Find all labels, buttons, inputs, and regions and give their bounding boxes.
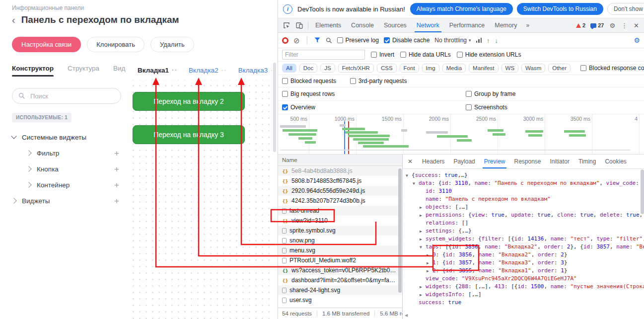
filter-funnel-icon[interactable] <box>314 37 321 43</box>
request-row-view-id-3110[interactable]: {}view?id=3110 <box>278 216 402 226</box>
tree-group-system-widgets[interactable]: Системные виджеты <box>12 129 121 145</box>
disclosure-triangle-icon[interactable]: ▶ <box>420 283 426 291</box>
tab-network[interactable]: Network <box>412 18 444 32</box>
preview-tree-row-2[interactable]: id: 3110 <box>403 187 644 195</box>
disclosure-triangle-icon[interactable]: ▶ <box>420 212 426 219</box>
search-network-icon[interactable] <box>326 37 332 44</box>
issues-warning-icon[interactable]: 2 <box>573 22 588 28</box>
tab-menu-dots-icon[interactable]: ·· <box>221 67 227 74</box>
tab-memory[interactable]: Memory <box>490 18 522 32</box>
canvas-widget-button-0[interactable]: Переход на вкладку 2 <box>133 92 245 111</box>
throttling-select[interactable]: No throttling ▾ <box>434 37 471 44</box>
type-filter-js[interactable]: JS <box>320 64 335 73</box>
tab-elements[interactable]: Elements <box>310 18 346 32</box>
tab-cookies[interactable]: Cookies <box>600 155 631 168</box>
hide-extension-urls-checkbox[interactable]: Hide extension URLs <box>457 51 521 58</box>
request-row-snow-png[interactable]: snow.png <box>278 236 402 245</box>
add-widget-button[interactable]: + <box>112 181 121 189</box>
devtools-close-icon[interactable]: ✕ <box>631 22 642 29</box>
tab-timing[interactable]: Timing <box>574 155 601 168</box>
canvas-tab-0[interactable]: Вкладка1·· <box>138 67 178 74</box>
third-party-requests-checkbox[interactable]: 3rd-party requests <box>350 78 407 84</box>
clear-network-log-icon[interactable]: ⊘ <box>293 37 300 44</box>
notification-button-0[interactable]: Always match Chrome's language <box>410 3 513 15</box>
disclosure-triangle-icon[interactable]: ▶ <box>420 236 426 243</box>
tab-headers[interactable]: Headers <box>418 155 449 168</box>
request-row-ws-access-token-v0[interactable]: {}ws?access_token=v0LP6RPP5K2tb0pU… <box>278 265 402 275</box>
preview-tree-row-13[interactable]: view_code: "V9XsuPnc945aXr2DQCQ6W4A7QiEG… <box>403 275 644 283</box>
search-box[interactable] <box>12 88 121 104</box>
console-messages-icon[interactable]: 27 <box>588 22 606 28</box>
back-icon[interactable]: ‹ <box>11 15 16 25</box>
import-har-icon[interactable]: ↑ <box>487 37 490 44</box>
column-header-name[interactable]: Name <box>278 155 402 166</box>
tab-menu-dots-icon[interactable]: ·· <box>172 67 178 74</box>
app-tab-0[interactable]: Конструктор <box>12 65 54 77</box>
request-row-5e8-4ab4bd8ab3888-[interactable]: {}5e8-4ab4bd8ab3888.js <box>278 166 402 176</box>
tree-item-2[interactable]: Контейнер+ <box>12 177 121 193</box>
app-scrollbar[interactable] <box>273 63 276 152</box>
hide-data-urls-checkbox[interactable]: Hide data URLs <box>400 51 451 58</box>
preserve-log-checkbox[interactable]: Preserve log <box>337 37 379 44</box>
tab-sources[interactable]: Sources <box>379 18 412 32</box>
add-widget-button[interactable]: + <box>112 165 121 173</box>
tab-performance[interactable]: Performance <box>444 18 490 32</box>
type-filter-ws[interactable]: WS <box>501 64 519 73</box>
disclosure-triangle-icon[interactable]: ▶ <box>427 267 432 275</box>
request-row-last-unread[interactable]: last-unread <box>278 206 402 216</box>
tab-preview[interactable]: Preview <box>480 155 510 168</box>
request-row-user-svg[interactable]: user.svg <box>278 295 402 305</box>
preview-tree-row-16[interactable]: success: true <box>403 299 644 307</box>
type-filter-doc[interactable]: Doc <box>299 64 317 73</box>
add-widget-button[interactable]: + <box>112 197 121 205</box>
overview-checkbox[interactable]: Overview <box>282 104 315 111</box>
scroll-left-icon[interactable]: ◀ <box>405 313 408 318</box>
disclosure-triangle-icon[interactable]: ▶ <box>420 228 426 235</box>
request-row-shared-24-light-sv[interactable]: shared-24-light.svg <box>278 285 402 295</box>
disclosure-triangle-icon[interactable]: ▼ <box>413 180 419 187</box>
preview-tree-row-14[interactable]: ▶widgets: {288: [,…], 413: [{id: 1500, n… <box>403 283 644 291</box>
notification-button-1[interactable]: Switch DevTools to Russian <box>517 3 603 15</box>
tab-initiator[interactable]: Initiator <box>546 155 574 168</box>
disclosure-triangle-icon[interactable]: ▼ <box>420 243 426 251</box>
canvas-widget-button-1[interactable]: Переход на вкладку 3 <box>133 125 245 144</box>
network-settings-gear-icon[interactable]: ⚙ <box>634 36 640 44</box>
preview-tree-row-3[interactable]: name: "Панель с переходом по вкладкам" <box>403 195 644 203</box>
screenshots-checkbox[interactable]: Screenshots <box>466 104 507 111</box>
preview-tree-row-1[interactable]: ▼data: {id: 3110, name: "Панель с перехо… <box>403 179 644 187</box>
device-toolbar-icon[interactable] <box>293 22 306 29</box>
request-row-4242-35b207b7274d3[interactable]: {}4242.35b207b7274d3b0b.js <box>278 196 402 206</box>
group-by-frame-checkbox[interactable]: Group by frame <box>466 90 515 97</box>
request-row-sprite-symbol-svg[interactable]: sprite.symbol.svg <box>278 226 402 236</box>
network-overview-timeline[interactable]: 500 ms1000 ms1500 ms2000 ms2500 ms3000 m… <box>278 114 644 155</box>
record-network-log-icon[interactable] <box>282 37 288 44</box>
type-filter-manifest[interactable]: Manifest <box>469 64 498 73</box>
request-row-5808-b7148853cff67[interactable]: {}5808.b7148853cff67845.js <box>278 176 402 186</box>
tree-item-0[interactable]: Фильтр+ <box>12 145 121 161</box>
preview-tree-row-15[interactable]: ▶widgetsInfo: [,…] <box>403 291 644 299</box>
action-button-0[interactable]: Настройка связи <box>12 37 81 52</box>
canvas-tab-2[interactable]: Вкладка3·· <box>238 67 277 74</box>
app-tab-1[interactable]: Структура <box>68 65 99 77</box>
big-request-rows-checkbox[interactable]: Big request rows <box>282 90 335 97</box>
preview-tree-row-11[interactable]: ▶1: {id: 3857, name: "Вкладка3", order: … <box>403 259 644 267</box>
request-row-ptrootui-medium-wo[interactable]: PTRootUI_Medium.woff2 <box>278 255 402 265</box>
tree-item-widgets[interactable]: Виджеты+ <box>12 193 121 209</box>
type-filter-media[interactable]: Media <box>442 64 466 73</box>
preview-tree-row-6[interactable]: relations: [] <box>403 219 644 227</box>
preview-tree-row-7[interactable]: ▶settings: {,…} <box>403 227 644 235</box>
kebab-menu-icon[interactable]: ⋮ <box>618 22 631 29</box>
inspect-element-icon[interactable] <box>280 22 293 29</box>
export-har-icon[interactable]: ↓ <box>495 37 499 44</box>
disclosure-triangle-icon[interactable]: ▶ <box>427 259 432 267</box>
type-filter-img[interactable]: Img <box>422 64 439 73</box>
canvas-tab-1[interactable]: Вкладка2·· <box>189 67 227 74</box>
disclosure-triangle-icon[interactable]: ▶ <box>420 204 426 211</box>
tree-item-1[interactable]: Кнопка+ <box>12 161 121 177</box>
app-tab-2[interactable]: Вид <box>113 65 125 77</box>
type-filter-all[interactable]: All <box>282 64 296 73</box>
type-filter-css[interactable]: CSS <box>377 64 397 73</box>
disclosure-triangle-icon[interactable]: ▶ <box>420 291 426 299</box>
disable-cache-checkbox[interactable]: Disable cache <box>384 37 429 44</box>
settings-gear-icon[interactable]: ⚙ <box>606 22 618 29</box>
